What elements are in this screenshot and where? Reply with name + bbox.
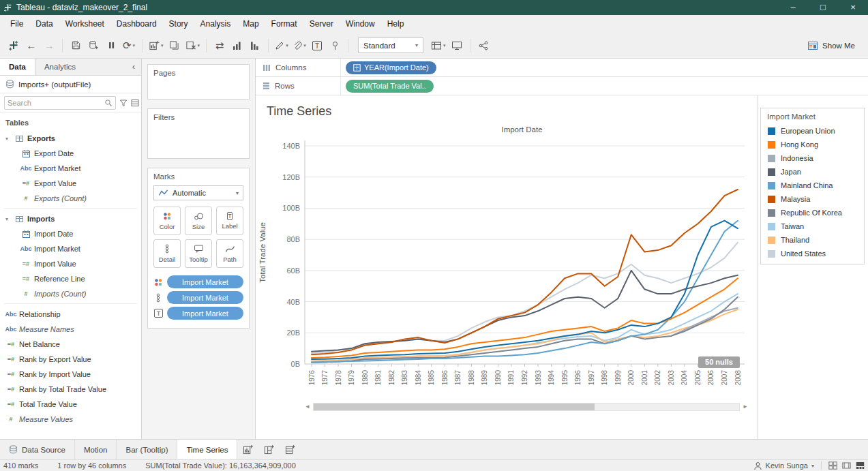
horizontal-scrollbar[interactable]: ◄ ►	[303, 401, 749, 412]
nulls-indicator-badge[interactable]: 50 nulls	[698, 356, 740, 368]
pages-shelf[interactable]: Pages	[147, 64, 250, 100]
mark-type-dropdown[interactable]: Automatic ▾	[153, 185, 243, 200]
marks-pill-import-market[interactable]: Import Market	[167, 275, 243, 288]
sheet-tab-bar-tooltip[interactable]: Bar (Tooltip)	[117, 440, 177, 459]
scrollbar-track[interactable]	[313, 403, 740, 411]
group-members-button[interactable]: ▾	[290, 36, 308, 55]
legend-item-taiwan[interactable]: Taiwan	[761, 219, 864, 233]
menu-item-help[interactable]: Help	[381, 15, 410, 33]
field-item-measure-values[interactable]: #Measure Values	[0, 412, 141, 427]
maximize-button[interactable]: □	[808, 0, 838, 15]
fix-axes-button[interactable]	[326, 36, 344, 55]
scroll-right-icon[interactable]: ►	[741, 404, 749, 410]
field-item-imports-count[interactable]: #Imports (Count)	[0, 286, 141, 301]
field-item-total-trade-value[interactable]: =#Total Trade Value	[0, 397, 141, 412]
marks-path-button[interactable]: Path	[216, 239, 243, 268]
field-group-imports[interactable]: ▾Imports	[0, 211, 141, 226]
field-item-measure-names[interactable]: AbcMeasure Names	[0, 322, 141, 337]
undo-button[interactable]: ←	[23, 36, 40, 55]
show-mark-labels-button[interactable]: T	[308, 36, 326, 55]
toolbar-logo-button[interactable]	[5, 36, 23, 55]
menu-item-file[interactable]: File	[4, 15, 29, 33]
legend-item-malaysia[interactable]: Malaysia	[761, 192, 864, 206]
menu-item-story[interactable]: Story	[163, 15, 194, 33]
menu-item-analysis[interactable]: Analysis	[194, 15, 237, 33]
share-workbook-button[interactable]	[475, 36, 492, 55]
filters-shelf[interactable]: Filters	[147, 108, 250, 159]
menu-item-map[interactable]: Map	[237, 15, 265, 33]
scroll-left-icon[interactable]: ◄	[303, 404, 312, 410]
new-story-tab-button[interactable]	[280, 440, 301, 459]
menu-item-worksheet[interactable]: Worksheet	[59, 15, 110, 33]
field-item-export-market[interactable]: AbcExport Market	[0, 161, 141, 176]
close-button[interactable]: ×	[838, 0, 868, 15]
field-item-relationship[interactable]: AbcRelationship	[0, 307, 141, 322]
highlight-button[interactable]: ▾	[273, 36, 290, 55]
pause-auto-updates-button[interactable]	[102, 36, 120, 55]
time-series-chart[interactable]: 0B20B40B60B80B100B120B140B19761977197819…	[269, 135, 750, 399]
menu-item-dashboard[interactable]: Dashboard	[110, 15, 163, 33]
filmstrip-button[interactable]	[842, 461, 851, 470]
presentation-mode-button[interactable]	[448, 36, 466, 55]
new-worksheet-button[interactable]: ▾	[147, 36, 166, 55]
search-box[interactable]	[4, 96, 116, 110]
collapse-chevron-icon[interactable]: ▾	[3, 216, 11, 222]
field-item-exports-count[interactable]: #Exports (Count)	[0, 191, 141, 206]
run-auto-updates-button[interactable]: ⟳▾	[120, 36, 138, 55]
series-line-malaysia[interactable]	[312, 189, 738, 354]
marks-pill-import-market[interactable]: Import Market	[167, 307, 243, 320]
legend-item-republic-of-korea[interactable]: Republic Of Korea	[761, 206, 864, 219]
datasource-row[interactable]: Imports+ (outputFile)	[0, 76, 141, 93]
sheet-tab-data-source[interactable]: Data Source	[0, 440, 75, 459]
marks-label-button[interactable]: TLabel	[216, 207, 243, 235]
legend-item-mainland-china[interactable]: Mainland China	[761, 179, 864, 192]
collapse-chevron-icon[interactable]: ▾	[3, 136, 11, 142]
menu-item-format[interactable]: Format	[265, 15, 303, 33]
menu-item-window[interactable]: Window	[340, 15, 381, 33]
rows-pill-area[interactable]: SUM(Total Trade Val..	[341, 80, 868, 93]
user-menu[interactable]: Kevin Sunga ▾	[753, 461, 814, 470]
legend-item-thailand[interactable]: Thailand	[761, 233, 864, 247]
marks-pill-import-market[interactable]: Import Market	[167, 291, 243, 304]
legend-item-hong-kong[interactable]: Hong Kong	[761, 138, 864, 151]
series-line-taiwan[interactable]	[312, 294, 738, 361]
legend-item-japan[interactable]: Japan	[761, 165, 864, 179]
save-button[interactable]	[67, 36, 85, 55]
series-line-european-union[interactable]	[312, 221, 738, 359]
field-item-import-market[interactable]: AbcImport Market	[0, 241, 141, 256]
fit-axes-button[interactable]: ▾	[429, 36, 448, 55]
series-line-united-states[interactable]	[312, 243, 738, 353]
marks-detail-button[interactable]: Detail	[153, 239, 181, 268]
collapse-pane-icon[interactable]: ‹	[126, 59, 141, 75]
marks-size-button[interactable]: Size	[185, 207, 212, 235]
columns-pill-year-import-date[interactable]: YEAR(Import Date)	[346, 61, 436, 74]
field-group-exports[interactable]: ▾Exports	[0, 131, 141, 146]
field-item-rank-by-import-value[interactable]: =#Rank by Import Value	[0, 367, 141, 382]
sheet-sorter-button[interactable]	[828, 461, 837, 470]
sort-ascending-button[interactable]	[228, 36, 246, 55]
marks-tooltip-button[interactable]: Tooltip	[185, 239, 212, 268]
minimize-button[interactable]: –	[778, 0, 808, 15]
tab-data[interactable]: Data	[0, 59, 35, 75]
new-dashboard-tab-button[interactable]	[258, 440, 280, 459]
duplicate-button[interactable]	[166, 36, 183, 55]
columns-pill-area[interactable]: YEAR(Import Date)	[341, 61, 868, 74]
sheet-tab-time-series[interactable]: Time Series	[177, 440, 237, 459]
fit-dropdown[interactable]: Standard▾	[358, 37, 423, 53]
sort-descending-button[interactable]	[246, 36, 264, 55]
field-item-import-date[interactable]: Import Date	[0, 226, 141, 241]
new-worksheet-tab-button[interactable]	[237, 440, 258, 459]
field-item-export-date[interactable]: Export Date	[0, 146, 141, 161]
search-input[interactable]	[8, 99, 104, 107]
menu-item-data[interactable]: Data	[29, 15, 59, 33]
redo-button[interactable]: →	[40, 36, 58, 55]
clear-sheet-button[interactable]: ▾	[183, 36, 203, 55]
field-item-rank-by-total-trade-value[interactable]: =#Rank by Total Trade Value	[0, 382, 141, 397]
sheet-tab-motion[interactable]: Motion	[75, 440, 117, 459]
legend-item-indonesia[interactable]: Indonesia	[761, 151, 864, 165]
menu-item-server[interactable]: Server	[303, 15, 340, 33]
show-tabs-button[interactable]	[856, 461, 865, 470]
marks-color-button[interactable]: Color	[153, 207, 181, 235]
filter-fields-icon[interactable]	[119, 99, 128, 107]
scrollbar-thumb[interactable]	[314, 404, 595, 410]
